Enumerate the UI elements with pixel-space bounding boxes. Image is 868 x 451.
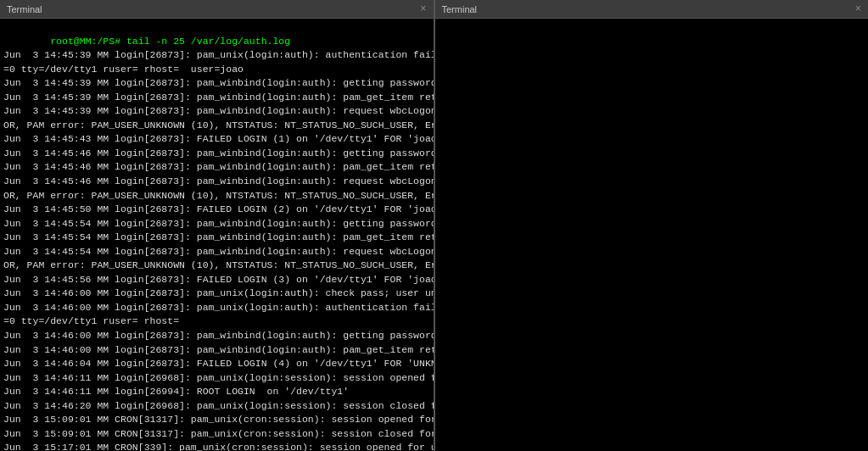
log-line-16: OR, PAM error: PAM_USER_UNKNOWN (10), NT… bbox=[3, 259, 434, 270]
log-line-3: Jun 3 14:45:39 MM login[26873]: pam_winb… bbox=[3, 77, 434, 88]
log-line-17: Jun 3 14:45:56 MM login[26873]: FAILED L… bbox=[3, 274, 434, 285]
log-line-7: Jun 3 14:45:43 MM login[26873]: FAILED L… bbox=[3, 133, 434, 144]
terminal-tab-left: Terminal × bbox=[0, 0, 435, 18]
log-line-23: Jun 3 14:46:04 MM login[26873]: FAILED L… bbox=[3, 358, 434, 369]
log-line-29: Jun 3 15:17:01 MM CRON[339]: pam_unix(cr… bbox=[3, 442, 434, 451]
log-line-9: Jun 3 14:45:46 MM login[26873]: pam_winb… bbox=[3, 161, 434, 172]
log-line-26: Jun 3 14:46:20 MM login[26968]: pam_unix… bbox=[3, 400, 434, 411]
log-line-18: Jun 3 14:46:00 MM login[26873]: pam_unix… bbox=[3, 287, 434, 298]
terminal-content-left[interactable]: root@MM:/PS# tail -n 25 /var/log/auth.lo… bbox=[0, 19, 434, 451]
log-line-28: Jun 3 15:09:01 MM CRON[31317]: pam_unix(… bbox=[3, 428, 434, 439]
log-line-24: Jun 3 14:46:11 MM login[26968]: pam_unix… bbox=[3, 372, 434, 383]
terminal-tab-right: Terminal × bbox=[435, 0, 869, 18]
log-line-22: Jun 3 14:46:00 MM login[26873]: pam_winb… bbox=[3, 344, 434, 355]
log-line-15: Jun 3 14:45:54 MM login[26873]: pam_winb… bbox=[3, 246, 434, 257]
log-line-20: =0 tty=/dev/tty1 ruser= rhost= bbox=[3, 315, 179, 326]
close-button-right[interactable]: × bbox=[855, 3, 861, 15]
log-line-1: Jun 3 14:45:39 MM login[26873]: pam_unix… bbox=[3, 49, 434, 60]
log-line-2: =0 tty=/dev/tty1 ruser= rhost= user=joao bbox=[3, 64, 244, 75]
log-line-21: Jun 3 14:46:00 MM login[26873]: pam_winb… bbox=[3, 330, 434, 341]
log-line-12: Jun 3 14:45:50 MM login[26873]: FAILED L… bbox=[3, 203, 434, 214]
terminal-title-left: Terminal bbox=[7, 4, 42, 14]
log-line-14: Jun 3 14:45:54 MM login[26873]: pam_winb… bbox=[3, 231, 434, 242]
log-line-5: Jun 3 14:45:39 MM login[26873]: pam_winb… bbox=[3, 105, 434, 116]
log-line-8: Jun 3 14:45:46 MM login[26873]: pam_winb… bbox=[3, 148, 434, 159]
log-line-4: Jun 3 14:45:39 MM login[26873]: pam_winb… bbox=[3, 92, 434, 103]
log-line-11: OR, PAM error: PAM_USER_UNKNOWN (10), NT… bbox=[3, 190, 434, 201]
terminal-pane-right bbox=[435, 19, 869, 451]
terminal-pane-left: root@MM:/PS# tail -n 25 /var/log/auth.lo… bbox=[0, 19, 435, 451]
log-line-6: OR, PAM error: PAM_USER_UNKNOWN (10), NT… bbox=[3, 120, 434, 131]
close-button-left[interactable]: × bbox=[420, 3, 426, 15]
terminal-content-right[interactable] bbox=[435, 19, 869, 451]
log-line-27: Jun 3 15:09:01 MM CRON[31317]: pam_unix(… bbox=[3, 414, 434, 425]
log-line-13: Jun 3 14:45:54 MM login[26873]: pam_winb… bbox=[3, 218, 434, 229]
window-container: Terminal × Terminal × root@MM:/PS# tail … bbox=[0, 0, 868, 451]
log-line-19: Jun 3 14:46:00 MM login[26873]: pam_unix… bbox=[3, 302, 434, 313]
log-line-25: Jun 3 14:46:11 MM login[26994]: ROOT LOG… bbox=[3, 386, 349, 397]
log-line-10: Jun 3 14:45:46 MM login[26873]: pam_winb… bbox=[3, 175, 434, 187]
terminal-title-right: Terminal bbox=[442, 4, 478, 14]
prompt-line: root@MM:/PS# tail -n 25 /var/log/auth.lo… bbox=[50, 36, 290, 47]
